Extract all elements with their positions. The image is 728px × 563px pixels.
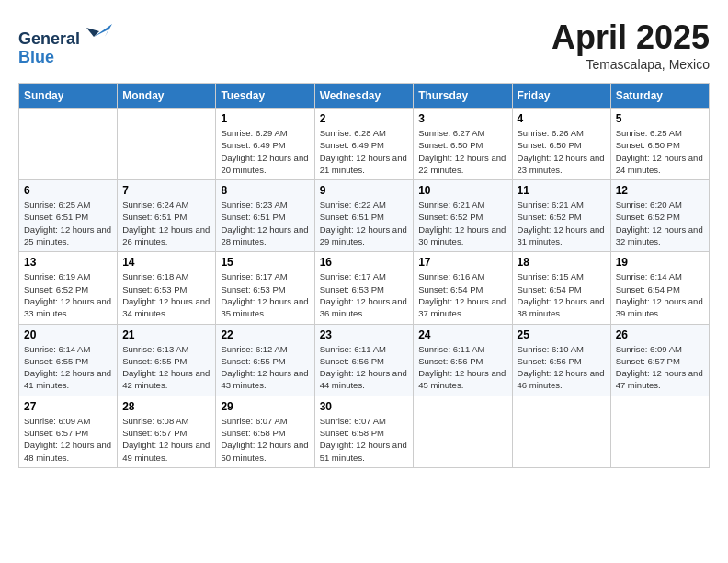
day-info: Sunrise: 6:12 AMSunset: 6:55 PMDaylight:… xyxy=(221,343,309,392)
day-info: Sunrise: 6:07 AMSunset: 6:58 PMDaylight:… xyxy=(221,415,309,464)
day-info: Sunrise: 6:18 AMSunset: 6:53 PMDaylight:… xyxy=(122,270,210,319)
day-number: 15 xyxy=(221,256,309,269)
calendar-day-cell: 29Sunrise: 6:07 AMSunset: 6:58 PMDayligh… xyxy=(216,396,314,467)
day-number: 12 xyxy=(616,184,704,197)
page-header: General Blue April 2025 Temascalapa, Mex… xyxy=(18,18,710,72)
day-number: 1 xyxy=(221,112,309,125)
day-info: Sunrise: 6:28 AMSunset: 6:49 PMDaylight:… xyxy=(320,127,409,176)
day-info: Sunrise: 6:25 AMSunset: 6:50 PMDaylight:… xyxy=(616,127,704,176)
day-info: Sunrise: 6:08 AMSunset: 6:57 PMDaylight:… xyxy=(122,415,210,464)
calendar-week-row: 1Sunrise: 6:29 AMSunset: 6:49 PMDaylight… xyxy=(19,109,710,180)
day-info: Sunrise: 6:17 AMSunset: 6:53 PMDaylight:… xyxy=(320,270,409,319)
calendar-day-cell: 20Sunrise: 6:14 AMSunset: 6:55 PMDayligh… xyxy=(19,324,118,396)
day-info: Sunrise: 6:15 AMSunset: 6:54 PMDaylight:… xyxy=(518,270,606,319)
calendar-day-cell: 17Sunrise: 6:16 AMSunset: 6:54 PMDayligh… xyxy=(414,252,512,324)
calendar-day-cell: 18Sunrise: 6:15 AMSunset: 6:54 PMDayligh… xyxy=(512,252,610,324)
calendar-table: SundayMondayTuesdayWednesdayThursdayFrid… xyxy=(18,83,710,468)
month-title: April 2025 xyxy=(552,18,710,57)
logo-text-block: General Blue xyxy=(18,18,112,67)
calendar-week-row: 6Sunrise: 6:25 AMSunset: 6:51 PMDaylight… xyxy=(19,180,710,252)
day-number: 13 xyxy=(24,256,112,269)
calendar-day-cell: 2Sunrise: 6:28 AMSunset: 6:49 PMDaylight… xyxy=(314,109,414,180)
calendar-day-cell: 4Sunrise: 6:26 AMSunset: 6:50 PMDaylight… xyxy=(512,109,610,180)
day-number: 24 xyxy=(418,328,506,341)
day-number: 27 xyxy=(24,400,112,413)
calendar-day-cell: 9Sunrise: 6:22 AMSunset: 6:51 PMDaylight… xyxy=(314,180,414,252)
calendar-week-row: 20Sunrise: 6:14 AMSunset: 6:55 PMDayligh… xyxy=(19,324,710,396)
calendar-day-cell: 16Sunrise: 6:17 AMSunset: 6:53 PMDayligh… xyxy=(314,252,414,324)
calendar-day-cell: 14Sunrise: 6:18 AMSunset: 6:53 PMDayligh… xyxy=(118,252,216,324)
calendar-day-cell xyxy=(414,396,512,467)
calendar-day-cell: 3Sunrise: 6:27 AMSunset: 6:50 PMDaylight… xyxy=(414,109,512,180)
day-info: Sunrise: 6:24 AMSunset: 6:51 PMDaylight:… xyxy=(122,199,210,247)
calendar-day-cell: 6Sunrise: 6:25 AMSunset: 6:51 PMDaylight… xyxy=(19,180,118,252)
calendar-day-cell: 7Sunrise: 6:24 AMSunset: 6:51 PMDaylight… xyxy=(118,180,216,252)
calendar-header-row: SundayMondayTuesdayWednesdayThursdayFrid… xyxy=(19,84,710,109)
calendar-day-cell: 8Sunrise: 6:23 AMSunset: 6:51 PMDaylight… xyxy=(216,180,314,252)
calendar-day-cell: 25Sunrise: 6:10 AMSunset: 6:56 PMDayligh… xyxy=(512,324,610,396)
day-number: 6 xyxy=(24,184,112,197)
day-info: Sunrise: 6:16 AMSunset: 6:54 PMDaylight:… xyxy=(418,270,506,319)
day-info: Sunrise: 6:14 AMSunset: 6:55 PMDaylight:… xyxy=(24,343,112,392)
logo-blue: Blue xyxy=(18,48,54,66)
day-number: 29 xyxy=(221,400,309,413)
logo-bird-icon xyxy=(86,18,112,44)
svg-marker-1 xyxy=(86,28,99,37)
calendar-day-cell: 22Sunrise: 6:12 AMSunset: 6:55 PMDayligh… xyxy=(216,324,314,396)
day-info: Sunrise: 6:14 AMSunset: 6:54 PMDaylight:… xyxy=(616,270,704,319)
calendar-day-cell: 24Sunrise: 6:11 AMSunset: 6:56 PMDayligh… xyxy=(414,324,512,396)
day-number: 4 xyxy=(518,112,606,125)
location-text: Temascalapa, Mexico xyxy=(552,57,710,72)
day-info: Sunrise: 6:21 AMSunset: 6:52 PMDaylight:… xyxy=(418,199,506,247)
calendar-day-cell: 12Sunrise: 6:20 AMSunset: 6:52 PMDayligh… xyxy=(610,180,709,252)
calendar-day-cell: 5Sunrise: 6:25 AMSunset: 6:50 PMDaylight… xyxy=(610,109,709,180)
calendar-day-cell: 23Sunrise: 6:11 AMSunset: 6:56 PMDayligh… xyxy=(314,324,414,396)
calendar-day-cell: 1Sunrise: 6:29 AMSunset: 6:49 PMDaylight… xyxy=(216,109,314,180)
day-of-week-header: Sunday xyxy=(19,84,118,109)
day-number: 20 xyxy=(24,328,112,341)
day-info: Sunrise: 6:09 AMSunset: 6:57 PMDaylight:… xyxy=(24,415,112,464)
calendar-day-cell: 26Sunrise: 6:09 AMSunset: 6:57 PMDayligh… xyxy=(610,324,709,396)
day-number: 25 xyxy=(518,328,606,341)
day-info: Sunrise: 6:11 AMSunset: 6:56 PMDaylight:… xyxy=(418,343,506,392)
day-number: 23 xyxy=(320,328,409,341)
day-number: 17 xyxy=(418,256,506,269)
calendar-week-row: 27Sunrise: 6:09 AMSunset: 6:57 PMDayligh… xyxy=(19,396,710,467)
svg-marker-0 xyxy=(94,24,112,37)
day-info: Sunrise: 6:29 AMSunset: 6:49 PMDaylight:… xyxy=(221,127,309,176)
day-number: 19 xyxy=(616,256,704,269)
day-number: 28 xyxy=(122,400,210,413)
day-info: Sunrise: 6:25 AMSunset: 6:51 PMDaylight:… xyxy=(24,199,112,247)
day-info: Sunrise: 6:22 AMSunset: 6:51 PMDaylight:… xyxy=(320,199,409,247)
calendar-day-cell: 19Sunrise: 6:14 AMSunset: 6:54 PMDayligh… xyxy=(610,252,709,324)
day-info: Sunrise: 6:11 AMSunset: 6:56 PMDaylight:… xyxy=(320,343,409,392)
calendar-day-cell: 13Sunrise: 6:19 AMSunset: 6:52 PMDayligh… xyxy=(19,252,118,324)
day-number: 8 xyxy=(221,184,309,197)
day-number: 14 xyxy=(122,256,210,269)
day-info: Sunrise: 6:26 AMSunset: 6:50 PMDaylight:… xyxy=(518,127,606,176)
day-number: 3 xyxy=(418,112,506,125)
day-info: Sunrise: 6:20 AMSunset: 6:52 PMDaylight:… xyxy=(616,199,704,247)
day-number: 10 xyxy=(418,184,506,197)
day-of-week-header: Monday xyxy=(118,84,216,109)
day-info: Sunrise: 6:07 AMSunset: 6:58 PMDaylight:… xyxy=(320,415,409,464)
day-info: Sunrise: 6:23 AMSunset: 6:51 PMDaylight:… xyxy=(221,199,309,247)
calendar-day-cell: 30Sunrise: 6:07 AMSunset: 6:58 PMDayligh… xyxy=(314,396,414,467)
calendar-day-cell: 10Sunrise: 6:21 AMSunset: 6:52 PMDayligh… xyxy=(414,180,512,252)
day-info: Sunrise: 6:21 AMSunset: 6:52 PMDaylight:… xyxy=(518,199,606,247)
day-info: Sunrise: 6:13 AMSunset: 6:55 PMDaylight:… xyxy=(122,343,210,392)
day-number: 30 xyxy=(320,400,409,413)
calendar-week-row: 13Sunrise: 6:19 AMSunset: 6:52 PMDayligh… xyxy=(19,252,710,324)
day-number: 2 xyxy=(320,112,409,125)
calendar-day-cell xyxy=(118,109,216,180)
calendar-day-cell xyxy=(512,396,610,467)
day-of-week-header: Wednesday xyxy=(314,84,414,109)
day-info: Sunrise: 6:09 AMSunset: 6:57 PMDaylight:… xyxy=(616,343,704,392)
calendar-day-cell: 27Sunrise: 6:09 AMSunset: 6:57 PMDayligh… xyxy=(19,396,118,467)
title-section: April 2025 Temascalapa, Mexico xyxy=(552,18,710,72)
day-info: Sunrise: 6:27 AMSunset: 6:50 PMDaylight:… xyxy=(418,127,506,176)
day-number: 22 xyxy=(221,328,309,341)
calendar-day-cell: 15Sunrise: 6:17 AMSunset: 6:53 PMDayligh… xyxy=(216,252,314,324)
calendar-day-cell xyxy=(19,109,118,180)
logo: General Blue xyxy=(18,18,112,67)
